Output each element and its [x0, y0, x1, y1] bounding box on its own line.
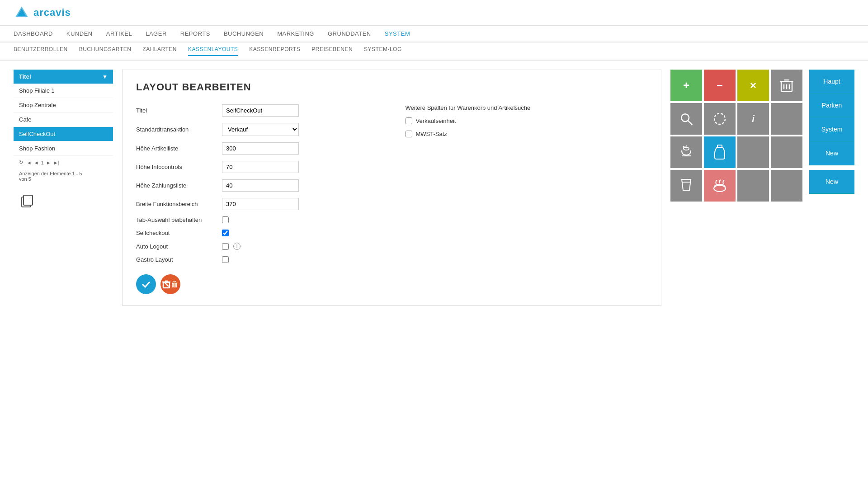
- sidebar-item-shop-zentrale[interactable]: Shop Zentrale: [14, 98, 113, 113]
- sidebar-header: Titel ▼: [14, 70, 113, 84]
- nav-grunddaten[interactable]: GRUNDDATEN: [328, 30, 371, 37]
- nav-buchungen[interactable]: BUCHUNGEN: [224, 30, 264, 37]
- selfcheckout-checkbox[interactable]: [222, 230, 229, 236]
- subnav-preisebenen[interactable]: PREISEBENEN: [311, 46, 353, 56]
- sidebar-item-shop-filiale[interactable]: Shop Filiale 1: [14, 84, 113, 98]
- new1-button[interactable]: New: [809, 141, 854, 165]
- sidebar-item-cafe[interactable]: Cafe: [14, 113, 113, 127]
- svg-point-17: [684, 147, 689, 150]
- form-left: Titel Standardtransaktion Verkauf Höhe A…: [136, 104, 387, 263]
- grid-btn-coffee[interactable]: [670, 136, 702, 168]
- auto-logout-info-icon[interactable]: i: [233, 243, 241, 250]
- delete-button[interactable]: 🗑: [160, 274, 180, 294]
- system-button[interactable]: System: [809, 117, 854, 141]
- svg-point-20: [714, 185, 726, 192]
- gastro-layout-checkbox[interactable]: [222, 256, 229, 263]
- logo-text: arcavis: [33, 7, 71, 19]
- nav-kunden[interactable]: KUNDEN: [66, 30, 93, 37]
- nav-dashboard[interactable]: DASHBOARD: [14, 30, 53, 37]
- hoehe-artikelliste-input[interactable]: [222, 142, 299, 155]
- grid-btn-minus[interactable]: −: [704, 70, 736, 101]
- prev-page-icon[interactable]: ◄: [34, 160, 39, 165]
- grid-btn-info[interactable]: i: [737, 103, 769, 135]
- sidebar: Titel ▼ Shop Filiale 1 Shop Zentrale Caf…: [14, 70, 113, 306]
- filter-icon[interactable]: ▼: [102, 74, 108, 80]
- form-row-standardtransaktion: Standardtransaktion Verkauf: [136, 123, 387, 136]
- page-number: 1: [41, 160, 44, 165]
- svg-rect-4: [163, 282, 170, 288]
- logo: arcavis: [14, 5, 71, 21]
- hoehe-infocontrols-input[interactable]: [222, 161, 299, 173]
- logo-icon: [14, 5, 30, 21]
- hoehe-infocontrols-label: Höhe Infocontrols: [136, 164, 217, 170]
- grid-btn-bottle[interactable]: [704, 136, 736, 168]
- main-content: Titel ▼ Shop Filiale 1 Shop Zentrale Caf…: [0, 61, 868, 315]
- subnav-kassenreports[interactable]: KASSENREPORTS: [249, 46, 300, 56]
- grid-btn-trash[interactable]: [771, 70, 802, 101]
- grid-btn-noodles[interactable]: [704, 170, 736, 202]
- subnav-kassenlayouts[interactable]: KASSENLAYOUTS: [188, 46, 238, 56]
- form-row-selfcheckout: Selfcheckout: [136, 230, 387, 236]
- form-row-weitere-spalten: Weitere Spalten für Warenkorb und Artike…: [406, 104, 648, 111]
- mwst-label: MWST-Satz: [416, 131, 447, 137]
- nav-artikel[interactable]: ARTIKEL: [106, 30, 132, 37]
- form-row-tab-auswahl: Tab-Auswahl beibehalten: [136, 216, 387, 223]
- standardtransaktion-select[interactable]: Verkauf: [222, 123, 299, 136]
- grid-btn-empty2[interactable]: [737, 136, 769, 168]
- grid-btn-glass[interactable]: [670, 170, 702, 202]
- auto-logout-label: Auto Logout: [136, 243, 217, 250]
- subnav-zahlarten[interactable]: ZAHLARTEN: [142, 46, 177, 56]
- breite-input[interactable]: [222, 198, 299, 210]
- nav-marketing[interactable]: MARKETING: [277, 30, 314, 37]
- side-buttons: Haupt Parken System New New: [809, 70, 854, 194]
- nav-lager[interactable]: LAGER: [146, 30, 167, 37]
- grid-btn-dashed-circle[interactable]: [704, 103, 736, 135]
- copy-icon[interactable]: [14, 183, 113, 221]
- hoehe-zahlungsliste-label: Höhe Zahlungsliste: [136, 182, 217, 189]
- titel-input[interactable]: [222, 104, 299, 117]
- nav-reports[interactable]: REPORTS: [180, 30, 210, 37]
- refresh-icon[interactable]: ↻: [19, 160, 23, 165]
- tab-auswahl-checkbox[interactable]: [222, 216, 229, 223]
- verkaufseinheit-checkbox[interactable]: [406, 117, 412, 124]
- form-row-breite: Breite Funktionsbereich: [136, 198, 387, 210]
- subnav-system-log[interactable]: SYSTEM-LOG: [364, 46, 402, 56]
- form-row-hoehe-zahlungsliste: Höhe Zahlungsliste: [136, 179, 387, 192]
- svg-line-14: [688, 121, 693, 125]
- save-button[interactable]: [136, 274, 156, 294]
- form-right: Weitere Spalten für Warenkorb und Artike…: [396, 104, 648, 263]
- mwst-checkbox[interactable]: [406, 131, 412, 137]
- form-area: LAYOUT BEARBEITEN Titel Standardtransakt…: [122, 70, 661, 306]
- subnav-benutzerrollen[interactable]: BENUTZERROLLEN: [14, 46, 68, 56]
- right-panel: + − ×: [670, 70, 854, 306]
- grid-btn-plus[interactable]: +: [670, 70, 702, 101]
- grid-btn-empty3[interactable]: [771, 136, 802, 168]
- sidebar-pagination: ↻ |◄ ◄ 1 ► ►|: [14, 156, 113, 169]
- grid-btn-empty1[interactable]: [771, 103, 802, 135]
- sidebar-item-selfcheckout[interactable]: SelfCheckOut: [14, 127, 113, 141]
- auto-logout-checkbox[interactable]: [222, 243, 229, 250]
- nav-system[interactable]: SYSTEM: [385, 30, 410, 37]
- grid-btn-empty5[interactable]: [771, 170, 802, 202]
- breite-label: Breite Funktionsbereich: [136, 201, 217, 207]
- grid-btn-empty4[interactable]: [737, 170, 769, 202]
- haupt-button[interactable]: Haupt: [809, 70, 854, 94]
- new2-button[interactable]: New: [809, 170, 854, 194]
- next-page-icon[interactable]: ►: [46, 160, 51, 165]
- first-page-icon[interactable]: |◄: [25, 160, 32, 165]
- parken-button[interactable]: Parken: [809, 94, 854, 117]
- sidebar-item-shop-fashion[interactable]: Shop Fashion: [14, 141, 113, 156]
- grid-btn-cross[interactable]: ×: [737, 70, 769, 101]
- main-nav: DASHBOARD KUNDEN ARTIKEL LAGER REPORTS B…: [0, 26, 868, 42]
- form-row-auto-logout: Auto Logout i: [136, 243, 387, 250]
- svg-point-13: [681, 114, 689, 122]
- top-header: arcavis: [0, 0, 868, 26]
- gastro-layout-label: Gastro Layout: [136, 256, 217, 263]
- last-page-icon[interactable]: ►|: [53, 160, 60, 165]
- sub-nav: BENUTZERROLLEN BUCHUNGSARTEN ZAHLARTEN K…: [0, 42, 868, 61]
- grid-btn-search[interactable]: [670, 103, 702, 135]
- hoehe-zahlungsliste-input[interactable]: [222, 179, 299, 192]
- selfcheckout-label: Selfcheckout: [136, 230, 217, 236]
- subnav-buchungsarten[interactable]: BUCHUNGSARTEN: [79, 46, 132, 56]
- weitere-spalten-label: Weitere Spalten für Warenkorb und Artike…: [406, 104, 531, 111]
